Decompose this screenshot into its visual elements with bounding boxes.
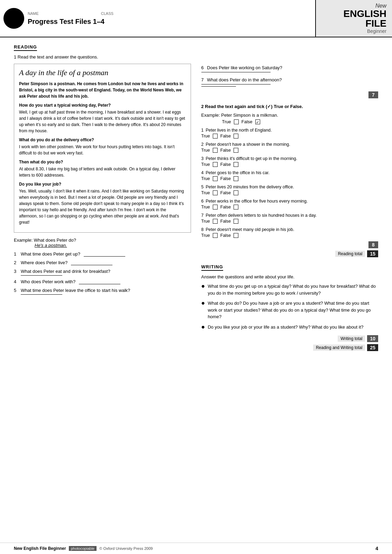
answer-line[interactable] — [201, 72, 271, 72]
writing-bullets: ● What time do you get up on a typical d… — [201, 283, 379, 330]
list-item: 7 What does Peter do in the afternoon? — [201, 77, 379, 87]
score-7-number: 7 — [368, 91, 378, 98]
writing-total-label: Writing total — [338, 336, 365, 342]
false-checkbox[interactable] — [234, 162, 238, 167]
true-checkbox[interactable] — [234, 119, 239, 124]
tf-item-text: 8Peter doesn't meet many old people in h… — [201, 227, 379, 232]
main-content: READING 1 Read the text and answer the q… — [0, 37, 392, 352]
tf-row: True False — [201, 190, 379, 195]
false-checkbox[interactable] — [234, 205, 238, 209]
answer-line[interactable] — [84, 256, 125, 257]
true-checkbox[interactable] — [213, 148, 218, 153]
tf-item-text: 5Peter lives 20 minutes from the deliver… — [201, 185, 379, 189]
left-column: READING 1 Read the text and answer the q… — [14, 37, 191, 352]
false-label: False — [220, 219, 231, 224]
passage-q1-heading: How do you start a typical working day, … — [19, 102, 186, 108]
tf-row: True False — [201, 176, 379, 181]
tf-section: 2 Read the text again and tick (✓) True … — [201, 104, 379, 351]
false-label: False — [220, 148, 231, 153]
true-label: True — [201, 148, 210, 153]
passage-q4-heading: Do you like your job? — [19, 181, 186, 187]
false-checkbox[interactable] — [234, 148, 238, 153]
score-box-8: 8 — [201, 241, 379, 248]
reading-passage-box: A day in the life of a postman Peter Sim… — [14, 64, 191, 233]
list-item: 3 What does Peter eat and drink for brea… — [14, 269, 191, 276]
answer-line[interactable] — [79, 284, 120, 284]
answer-line-below[interactable] — [21, 294, 62, 295]
example-answer: He's a postman. — [35, 243, 191, 248]
footer-copyright: © Oxford University Press 2009 — [99, 546, 153, 551]
footer-left: New English File Beginner photocopiable … — [14, 546, 153, 551]
true-checkbox[interactable] — [213, 205, 218, 209]
true-checkbox[interactable] — [213, 176, 218, 181]
q-num: 6 — [201, 65, 204, 70]
true-label: True — [201, 162, 210, 167]
false-checkbox[interactable] — [234, 219, 238, 224]
list-item: 6 Does Peter like working on Saturday? — [201, 65, 379, 72]
rw-total-number: 25 — [367, 344, 378, 351]
false-checkbox[interactable] — [234, 233, 238, 238]
q-num: 5 — [14, 288, 21, 293]
q-text: What time does Peter get up? — [21, 251, 191, 257]
tf-item-text: 6Peter works in the office for five hour… — [201, 199, 379, 204]
false-label: False — [220, 162, 231, 167]
header-left: NAME CLASS Progress Test Files 1–4 — [0, 0, 316, 37]
writing-total-row: Writing total 10 — [201, 335, 379, 342]
false-label: False — [220, 134, 231, 138]
true-label: True — [201, 219, 210, 224]
false-checkbox[interactable] — [234, 134, 238, 138]
writing-section: WRITING Answer the questions and write a… — [201, 264, 379, 351]
false-checkbox-checked[interactable]: ✓ — [255, 119, 260, 124]
footer-photocopiable: photocopiable — [69, 546, 97, 551]
true-label: True — [201, 190, 210, 195]
right-column: 6 Does Peter like working on Saturday? 7… — [201, 37, 379, 352]
false-label: False — [220, 190, 231, 195]
false-checkbox[interactable] — [234, 190, 238, 195]
right-questions-list: 6 Does Peter like working on Saturday? 7… — [201, 44, 379, 87]
footer-page: 4 — [375, 546, 378, 551]
answer-line-extra[interactable] — [201, 86, 236, 87]
passage-q3-heading: Then what do you do? — [19, 159, 186, 165]
true-label: True — [201, 233, 210, 238]
list-item: 4 Who does Peter work with? — [14, 279, 191, 284]
tf-item-text: 4Peter goes to the office in his car. — [201, 170, 379, 175]
list-item: 5 What time does Peter leave the office … — [14, 288, 191, 295]
true-checkbox[interactable] — [213, 162, 218, 167]
answer-line[interactable] — [201, 84, 271, 84]
list-item: 1Peter lives in the north of England. Tr… — [201, 128, 379, 138]
tf-row: True False — [201, 162, 379, 167]
tf-row: True False — [201, 205, 379, 209]
answer-line[interactable] — [71, 265, 112, 265]
tf-row: True False — [201, 148, 379, 153]
true-checkbox[interactable] — [213, 190, 218, 195]
true-checkbox[interactable] — [213, 219, 218, 224]
reading-total-label: Reading total — [335, 251, 365, 257]
list-item: 3Peter thinks it's difficult to get up i… — [201, 156, 379, 167]
bullet-text: What time do you get up on a typical day… — [208, 283, 378, 296]
bullet-dot: ● — [201, 283, 205, 296]
q-num: 3 — [14, 269, 21, 274]
list-item: 2Peter doesn't have a shower in the morn… — [201, 142, 379, 153]
false-label: False — [241, 119, 253, 124]
list-item: 8Peter doesn't meet many old people in h… — [201, 227, 379, 238]
rw-total-row: Reading and Writing total 25 — [201, 344, 379, 351]
q-text: Where does Peter live? — [21, 260, 191, 265]
reading-total-row: Reading total 15 — [201, 250, 379, 257]
tf-example: Example: Peter Simpson is a milkman. Tru… — [201, 113, 379, 124]
tf-intro-text: 2 Read the text again and tick (✓) True … — [201, 104, 303, 109]
tf-questions-list: 1Peter lives in the north of England. Tr… — [201, 128, 379, 238]
passage-title: A day in the life of a postman — [19, 68, 186, 77]
q-num: 7 — [201, 77, 204, 82]
q-text: Who does Peter work with? — [21, 279, 191, 284]
score-8-number: 8 — [368, 241, 378, 248]
example-label: Example: What does Peter do? — [14, 238, 76, 243]
tf-example-row: True False ✓ — [222, 119, 379, 124]
list-item: ● Do you like your job or your life as a… — [201, 324, 379, 331]
true-label: True — [201, 205, 210, 209]
false-checkbox[interactable] — [234, 176, 238, 181]
answer-line-below[interactable] — [21, 275, 62, 276]
q-num: 1 — [14, 251, 21, 257]
true-checkbox[interactable] — [213, 134, 218, 138]
true-checkbox[interactable] — [213, 233, 218, 238]
true-label: True — [201, 134, 210, 138]
